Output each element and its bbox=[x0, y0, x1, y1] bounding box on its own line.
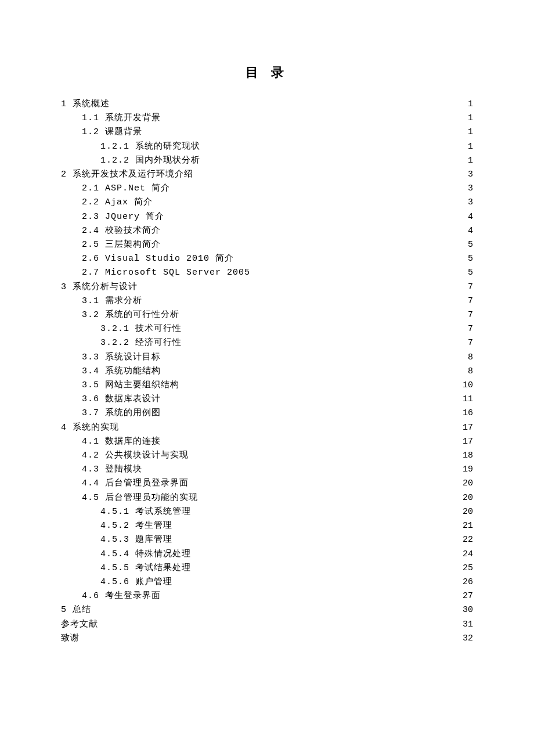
toc-entry: 1.2.1 系统的研究现状 1 bbox=[61, 140, 473, 154]
toc-entry-label: 2.3 JQuery 简介 bbox=[82, 210, 164, 224]
toc-entry: 2.4 校验技术简介 4 bbox=[61, 224, 473, 238]
toc-entry-label: 2.7 Microsoft SQL Server 2005 bbox=[82, 266, 250, 280]
toc-entry-page: 7 bbox=[463, 308, 473, 322]
toc-entry-page: 5 bbox=[463, 252, 473, 266]
toc-entry: 2.1 ASP.Net 简介 3 bbox=[61, 182, 473, 196]
toc-entry: 2.3 JQuery 简介 4 bbox=[61, 210, 473, 224]
toc-entry-label: 4.5.4 特殊情况处理 bbox=[100, 548, 191, 561]
toc-entry-label: 参考文献 bbox=[61, 618, 98, 632]
toc-entry: 3.5 网站主要组织结构10 bbox=[61, 379, 473, 393]
toc-entry-label: 3.1 需求分析 bbox=[82, 294, 142, 308]
document-title: 目 录 bbox=[61, 64, 473, 81]
toc-entry-page: 19 bbox=[463, 463, 473, 477]
toc-entry-label: 3.5 网站主要组织结构 bbox=[82, 379, 179, 393]
toc-entry: 1.1 系统开发背景 1 bbox=[61, 111, 473, 125]
toc-entry-page: 17 bbox=[463, 421, 473, 435]
toc-entry-page: 1 bbox=[463, 111, 473, 125]
toc-entry: 3.6 数据库表设计 11 bbox=[61, 393, 473, 406]
toc-entry-label: 2 系统开发技术及运行环境介绍 bbox=[61, 168, 193, 182]
toc-entry-page: 1 bbox=[463, 125, 473, 139]
toc-entry: 4.5.3 题库管理 22 bbox=[61, 533, 473, 547]
toc-entry-label: 4.5.3 题库管理 bbox=[100, 533, 172, 547]
toc-entry-label: 3.2 系统的可行性分析 bbox=[82, 308, 179, 322]
toc-entry: 4.2 公共模块设计与实现18 bbox=[61, 449, 473, 463]
toc-entry-page: 11 bbox=[463, 393, 473, 406]
toc-entry-page: 24 bbox=[463, 548, 473, 561]
toc-entry-page: 18 bbox=[463, 449, 473, 463]
toc-entry: 4.4 后台管理员登录界面 20 bbox=[61, 477, 473, 491]
toc-entry-label: 2.1 ASP.Net 简介 bbox=[82, 182, 170, 196]
toc-entry-page: 22 bbox=[463, 533, 473, 547]
toc-entry-page: 8 bbox=[463, 351, 473, 365]
toc-entry-label: 3.7 系统的用例图 bbox=[82, 406, 161, 420]
toc-entry-label: 4.2 公共模块设计与实现 bbox=[82, 449, 189, 463]
toc-entry: 3.2 系统的可行性分析 7 bbox=[61, 308, 473, 322]
toc-entry-page: 21 bbox=[463, 519, 473, 533]
toc-entry: 1.2 课题背景 1 bbox=[61, 125, 473, 139]
toc-entry-label: 2.4 校验技术简介 bbox=[82, 224, 161, 238]
toc-entry: 4.5.5 考试结果处理 25 bbox=[61, 561, 473, 575]
toc-entry-label: 5 总结 bbox=[61, 603, 91, 617]
toc-entry-label: 4.5.6 账户管理 bbox=[100, 575, 172, 589]
toc-entry-page: 3 bbox=[463, 168, 473, 182]
toc-entry-label: 4.6 考生登录界面 bbox=[82, 589, 161, 603]
toc-entry: 5 总结30 bbox=[61, 603, 473, 617]
toc-entry-label: 4.3 登陆模块 bbox=[82, 463, 142, 477]
toc-entry-page: 30 bbox=[463, 603, 473, 617]
toc-entry-label: 4.5 后台管理员功能的实现 bbox=[82, 491, 198, 505]
toc-entry: 4.6 考生登录界面27 bbox=[61, 589, 473, 603]
toc-entry: 3 系统分析与设计 7 bbox=[61, 280, 473, 294]
toc-entry-page: 1 bbox=[463, 140, 473, 154]
table-of-contents: 1 系统概述 11.1 系统开发背景 11.2 课题背景 11.2.1 系统的研… bbox=[61, 98, 473, 646]
toc-entry-label: 4.5.2 考生管理 bbox=[100, 519, 172, 533]
toc-entry-page: 26 bbox=[463, 575, 473, 589]
toc-entry: 3.7 系统的用例图 16 bbox=[61, 406, 473, 420]
toc-entry: 4.5 后台管理员功能的实现20 bbox=[61, 491, 473, 505]
toc-entry: 3.3 系统设计目标 8 bbox=[61, 351, 473, 365]
toc-entry-page: 16 bbox=[463, 406, 473, 420]
toc-entry-page: 3 bbox=[463, 182, 473, 196]
toc-entry-page: 5 bbox=[463, 266, 473, 280]
toc-entry: 2.5 三层架构简介 5 bbox=[61, 238, 473, 252]
toc-entry-label: 1.1 系统开发背景 bbox=[82, 111, 161, 125]
toc-entry: 4.5.6 账户管理 26 bbox=[61, 575, 473, 589]
toc-entry-page: 7 bbox=[463, 294, 473, 308]
toc-entry: 3.4 系统功能结构 8 bbox=[61, 365, 473, 379]
toc-entry-page: 7 bbox=[463, 336, 473, 350]
toc-entry-label: 4.1 数据库的连接 bbox=[82, 435, 161, 449]
toc-entry-label: 3 系统分析与设计 bbox=[61, 280, 138, 294]
toc-entry: 2.7 Microsoft SQL Server 20055 bbox=[61, 266, 473, 280]
toc-entry-page: 7 bbox=[463, 280, 473, 294]
toc-entry-label: 1.2 课题背景 bbox=[82, 125, 142, 139]
toc-entry: 4.1 数据库的连接 17 bbox=[61, 435, 473, 449]
toc-entry-label: 2.5 三层架构简介 bbox=[82, 238, 161, 252]
toc-entry-page: 1 bbox=[463, 154, 473, 168]
toc-entry-page: 10 bbox=[463, 379, 473, 393]
toc-entry-label: 致谢 bbox=[61, 632, 80, 646]
toc-entry: 1.2.2 国内外现状分析 1 bbox=[61, 154, 473, 168]
toc-entry: 3.1 需求分析 7 bbox=[61, 294, 473, 308]
toc-entry-label: 3.6 数据库表设计 bbox=[82, 393, 161, 406]
toc-entry: 致谢 32 bbox=[61, 632, 473, 646]
toc-entry: 2.6 Visual Studio 2010 简介 5 bbox=[61, 252, 473, 266]
toc-entry-page: 20 bbox=[463, 505, 473, 519]
toc-entry-page: 4 bbox=[463, 224, 473, 238]
toc-entry: 3.2.1 技术可行性 7 bbox=[61, 322, 473, 336]
toc-entry-page: 8 bbox=[463, 365, 473, 379]
toc-entry: 参考文献 31 bbox=[61, 618, 473, 632]
toc-entry-page: 17 bbox=[463, 435, 473, 449]
toc-entry-label: 4.4 后台管理员登录界面 bbox=[82, 477, 189, 491]
toc-entry: 3.2.2 经济可行性 7 bbox=[61, 336, 473, 350]
toc-entry: 4.5.2 考生管理 21 bbox=[61, 519, 473, 533]
toc-entry-label: 2.2 Ajax 简介 bbox=[82, 196, 153, 210]
toc-entry-label: 4 系统的实现 bbox=[61, 421, 119, 435]
toc-entry: 2 系统开发技术及运行环境介绍 3 bbox=[61, 168, 473, 182]
toc-entry-page: 5 bbox=[463, 238, 473, 252]
toc-entry-page: 7 bbox=[463, 322, 473, 336]
toc-entry-page: 20 bbox=[463, 477, 473, 491]
toc-entry-page: 27 bbox=[463, 589, 473, 603]
toc-entry-label: 3.4 系统功能结构 bbox=[82, 365, 161, 379]
toc-entry-label: 4.5.5 考试结果处理 bbox=[100, 561, 191, 575]
toc-entry-page: 32 bbox=[463, 632, 473, 646]
toc-entry-page: 4 bbox=[463, 210, 473, 224]
